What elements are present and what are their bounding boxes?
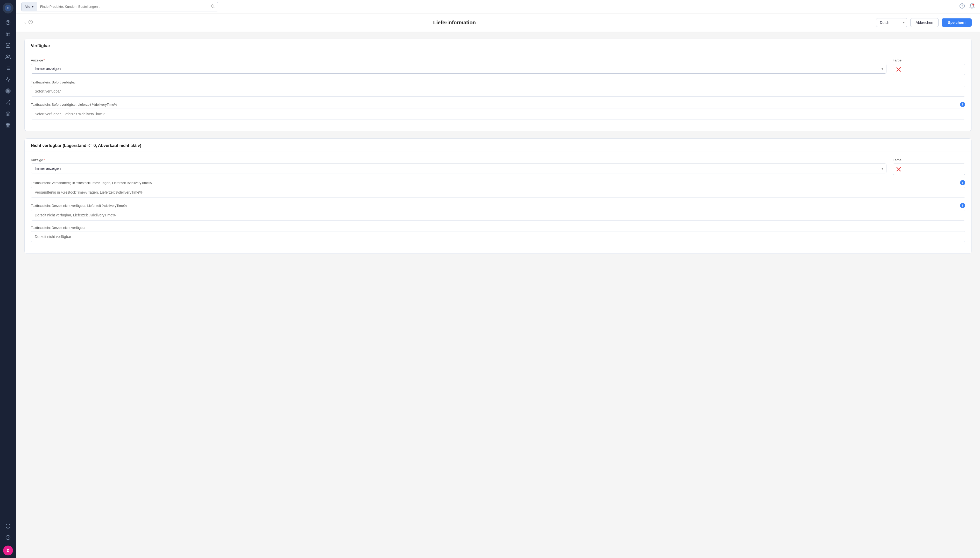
svg-rect-4 (6, 32, 10, 36)
sidebar: G D (0, 0, 16, 558)
available-section-body: Anzeige* Immer anzeigen Nie anzeigen Bed… (25, 52, 972, 131)
unavailable-text3-group: Textbaustein: Derzeit nicht verfügbar (31, 226, 965, 242)
available-anzeige-required: * (44, 58, 45, 62)
unavailable-anzeige-label: Anzeige* (31, 158, 886, 162)
unavailable-anzeige-required: * (44, 158, 45, 162)
available-section-header: Verfügbar (25, 39, 972, 52)
back-arrow-icon[interactable]: ‹ (25, 20, 26, 25)
svg-point-24 (962, 7, 962, 7)
unavailable-anzeige-group: Anzeige* Immer anzeigen Nie anzeigen Bed… (31, 158, 886, 173)
sidebar-item-marketing[interactable] (3, 75, 13, 84)
main-area: Alle ▾ ‹ Lieferinformation (16, 0, 980, 558)
sidebar-logo[interactable]: G (3, 3, 13, 13)
sidebar-avatar[interactable]: D (3, 546, 13, 555)
page-title: Lieferinformation (37, 20, 872, 26)
available-anzeige-group: Anzeige* Immer anzeigen Nie anzeigen Bed… (31, 58, 886, 74)
available-farbe-group: Farbe (893, 58, 965, 75)
sidebar-item-products[interactable] (3, 40, 13, 50)
sidebar-item-help[interactable] (3, 18, 13, 28)
available-color-swatch-button[interactable] (893, 64, 904, 75)
svg-point-21 (211, 5, 214, 8)
available-text2-info-icon[interactable]: i (960, 102, 965, 107)
available-anzeige-farbe-row: Anzeige* Immer anzeigen Nie anzeigen Bed… (31, 58, 965, 75)
available-section-card: Verfügbar Anzeige* Immer anzeigen Nie an… (25, 39, 972, 131)
sidebar-item-customers[interactable] (3, 52, 13, 62)
help-icon[interactable] (959, 3, 965, 10)
available-text1-group: Textbaustein: Sofort verfügbar (31, 80, 965, 97)
sidebar-item-shop[interactable] (3, 109, 13, 119)
available-color-text-input[interactable] (904, 67, 965, 72)
unavailable-color-text-input[interactable] (904, 167, 965, 171)
unavailable-text2-info-icon[interactable]: i (960, 203, 965, 208)
available-text2-label: Textbaustein: Sofort verfügbar, Lieferze… (31, 103, 117, 107)
unavailable-text2-group: Textbaustein: Derzeit nicht verfügbar, L… (31, 203, 965, 221)
available-text2-group: Textbaustein: Sofort verfügbar, Lieferze… (31, 102, 965, 120)
sidebar-item-listings[interactable] (3, 63, 13, 73)
unavailable-text2-label: Textbaustein: Derzeit nicht verfügbar, L… (31, 204, 127, 208)
unavailable-anzeige-select-wrapper: Immer anzeigen Nie anzeigen Bedingt anze… (31, 164, 886, 173)
svg-point-13 (8, 90, 9, 92)
unavailable-anzeige-select[interactable]: Immer anzeigen Nie anzeigen Bedingt anze… (31, 164, 886, 173)
unavailable-farbe-label: Farbe (893, 158, 965, 162)
unavailable-text2-input[interactable] (31, 210, 965, 221)
notifications-icon[interactable] (969, 3, 975, 10)
language-selector-wrapper: Dutch English German French ▾ (876, 18, 907, 27)
svg-text:G: G (7, 6, 10, 10)
svg-point-6 (7, 55, 8, 57)
topnav: Alle ▾ (16, 0, 980, 13)
available-farbe-label: Farbe (893, 58, 965, 62)
save-button[interactable]: Speichern (942, 18, 972, 27)
unavailable-text3-input[interactable] (31, 231, 965, 242)
available-text1-label-row: Textbaustein: Sofort verfügbar (31, 80, 965, 84)
available-text2-label-row: Textbaustein: Sofort verfügbar, Lieferze… (31, 102, 965, 107)
svg-point-25 (972, 3, 974, 5)
page-header-actions: Dutch English German French ▾ Abbrechen … (876, 18, 972, 27)
unavailable-section-card: Nicht verfügbar (Lagerstand <= 0, Abverk… (25, 138, 972, 254)
unavailable-section-header: Nicht verfügbar (Lagerstand <= 0, Abverk… (25, 139, 972, 152)
unavailable-color-input-wrapper (893, 164, 965, 175)
search-submit-button[interactable] (208, 4, 218, 9)
sidebar-item-add[interactable] (3, 521, 13, 531)
search-filter-chevron-icon: ▾ (32, 5, 34, 8)
sidebar-item-history[interactable] (3, 533, 13, 542)
unavailable-text3-label: Textbaustein: Derzeit nicht verfügbar (31, 226, 85, 230)
search-filter-button[interactable]: Alle ▾ (21, 2, 37, 11)
unavailable-color-swatch-button[interactable] (893, 164, 904, 175)
unavailable-text1-label: Textbaustein: Versandfertig in %restockT… (31, 181, 152, 185)
content-area: Verfügbar Anzeige* Immer anzeigen Nie an… (16, 33, 980, 558)
svg-rect-16 (6, 123, 10, 127)
unavailable-farbe-group: Farbe (893, 158, 965, 175)
search-container: Alle ▾ (21, 2, 218, 11)
page-header: ‹ Lieferinformation Dutch English German… (16, 13, 980, 33)
unavailable-anzeige-farbe-row: Anzeige* Immer anzeigen Nie anzeigen Bed… (31, 158, 965, 175)
unavailable-text2-label-row: Textbaustein: Derzeit nicht verfügbar, L… (31, 203, 965, 208)
unavailable-text3-label-row: Textbaustein: Derzeit nicht verfügbar (31, 226, 965, 230)
sidebar-item-orders[interactable] (3, 29, 13, 39)
available-anzeige-select-wrapper: Immer anzeigen Nie anzeigen Bedingt anze… (31, 64, 886, 74)
available-text1-label: Textbaustein: Sofort verfügbar (31, 80, 76, 84)
unavailable-section-body: Anzeige* Immer anzeigen Nie anzeigen Bed… (25, 152, 972, 253)
language-select[interactable]: Dutch English German French (876, 18, 907, 27)
sidebar-item-settings[interactable] (3, 86, 13, 96)
available-text1-input[interactable] (31, 86, 965, 97)
topnav-right (959, 3, 975, 10)
svg-line-22 (213, 7, 214, 8)
sidebar-item-integrations[interactable] (3, 97, 13, 107)
available-anzeige-label: Anzeige* (31, 58, 886, 62)
available-color-input-wrapper (893, 64, 965, 75)
search-input[interactable] (37, 5, 208, 8)
unavailable-text1-label-row: Textbaustein: Versandfertig in %restockT… (31, 180, 965, 185)
available-text2-input[interactable] (31, 108, 965, 120)
sidebar-item-analytics[interactable] (3, 120, 13, 130)
unavailable-text1-group: Textbaustein: Versandfertig in %restockT… (31, 180, 965, 198)
unavailable-text1-info-icon[interactable]: i (960, 180, 965, 185)
page-header-nav: ‹ (25, 20, 33, 25)
unavailable-text1-input[interactable] (31, 187, 965, 198)
cancel-button[interactable]: Abbrechen (910, 18, 939, 27)
available-anzeige-select[interactable]: Immer anzeigen Nie anzeigen Bedingt anze… (31, 64, 886, 74)
history-icon[interactable] (28, 20, 33, 25)
